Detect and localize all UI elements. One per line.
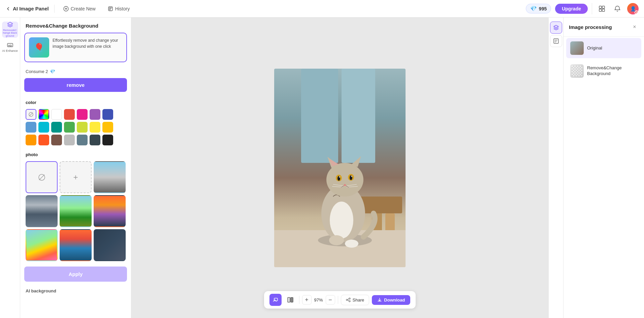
photo-add[interactable]: + bbox=[60, 161, 92, 193]
download-button[interactable]: Download bbox=[372, 295, 410, 305]
svg-rect-38 bbox=[274, 298, 278, 301]
sidebar-item-label: Remove&C hange Back ground bbox=[2, 29, 18, 38]
app-title: AI Image Panel bbox=[13, 6, 49, 11]
remove-button[interactable]: remove bbox=[24, 78, 127, 92]
photo-rainbow[interactable] bbox=[26, 229, 58, 261]
sidebar-item-ai-enhance[interactable]: HD AI Enhance bbox=[2, 39, 18, 55]
photo-dark[interactable] bbox=[94, 229, 126, 261]
color-cyan[interactable] bbox=[38, 122, 49, 133]
eraser-icon bbox=[272, 297, 279, 303]
canvas-image bbox=[274, 69, 406, 267]
compare-tool-button[interactable] bbox=[284, 294, 296, 306]
zoom-out-button[interactable]: − bbox=[326, 295, 335, 305]
color-blue-light[interactable] bbox=[26, 122, 36, 133]
user-avatar[interactable]: 👤 X bbox=[627, 3, 639, 14]
color-black[interactable] bbox=[102, 135, 113, 145]
upgrade-button[interactable]: Upgrade bbox=[555, 4, 588, 14]
color-pink[interactable] bbox=[77, 109, 88, 120]
bell-icon bbox=[614, 5, 621, 12]
color-none[interactable] bbox=[26, 109, 36, 120]
svg-point-23 bbox=[326, 163, 363, 197]
history-thumb-remove bbox=[570, 64, 584, 78]
color-rainbow[interactable] bbox=[38, 109, 49, 120]
layers-panel-button[interactable] bbox=[550, 22, 562, 34]
color-gray-light[interactable] bbox=[64, 135, 75, 145]
svg-rect-3 bbox=[602, 6, 605, 8]
svg-rect-5 bbox=[602, 9, 605, 11]
main-layout: Remove&C hange Back ground HD AI Enhance… bbox=[0, 17, 644, 318]
color-orange-yellow[interactable] bbox=[26, 135, 36, 145]
color-blue-dark[interactable] bbox=[102, 109, 113, 120]
share-label: Share bbox=[353, 297, 364, 303]
consume-diamond-icon: 💎 bbox=[50, 69, 55, 74]
right-panel-header: Image processing × bbox=[564, 17, 644, 37]
download-label: Download bbox=[384, 297, 405, 303]
color-purple[interactable] bbox=[90, 109, 100, 120]
svg-rect-40 bbox=[291, 297, 293, 302]
close-panel-button[interactable]: × bbox=[631, 23, 639, 31]
svg-line-45 bbox=[348, 300, 349, 301]
color-gray[interactable] bbox=[77, 135, 88, 145]
sidebar-item-remove-bg[interactable]: Remove&C hange Back ground bbox=[2, 22, 18, 38]
color-lime[interactable] bbox=[77, 122, 88, 133]
color-red[interactable] bbox=[64, 109, 75, 120]
back-icon bbox=[5, 6, 11, 11]
right-panel-title: Image processing bbox=[569, 24, 612, 30]
color-yellow[interactable] bbox=[90, 122, 100, 133]
color-teal[interactable] bbox=[51, 122, 62, 133]
history-icon bbox=[108, 6, 113, 11]
left-panel: Remove&Change Background 🎈 Effortlessly … bbox=[20, 17, 131, 318]
color-amber[interactable] bbox=[102, 122, 113, 133]
svg-point-42 bbox=[346, 299, 348, 301]
removed-thumb-image bbox=[570, 64, 584, 78]
download-icon bbox=[377, 297, 382, 302]
right-panel: Image processing × Original Remove&Chang… bbox=[563, 17, 644, 318]
color-green[interactable] bbox=[64, 122, 75, 133]
history-item-original[interactable]: Original bbox=[566, 38, 641, 58]
add-photo-icon: + bbox=[73, 173, 78, 182]
sidebar-ai-label: AI Enhance bbox=[2, 49, 18, 53]
photo-none-icon bbox=[38, 173, 46, 181]
photo-tree[interactable] bbox=[60, 195, 92, 227]
photo-none[interactable] bbox=[26, 161, 58, 193]
svg-point-22 bbox=[345, 240, 358, 248]
zoom-in-button[interactable]: + bbox=[302, 295, 312, 305]
erase-tool-button[interactable] bbox=[269, 294, 282, 306]
panel-title: Remove&Change Background bbox=[20, 17, 131, 33]
color-brown[interactable] bbox=[51, 135, 62, 145]
svg-line-44 bbox=[348, 299, 349, 299]
color-orange[interactable] bbox=[38, 135, 49, 145]
history-label-original: Original bbox=[587, 45, 602, 51]
color-white[interactable] bbox=[51, 109, 62, 120]
share-button[interactable]: Share bbox=[341, 295, 369, 305]
canvas-toolbar: + 97% − Share Downlo bbox=[264, 291, 416, 309]
apply-button[interactable]: Apply bbox=[24, 267, 127, 282]
photo-road[interactable] bbox=[94, 161, 126, 193]
svg-rect-4 bbox=[599, 9, 602, 11]
properties-panel-button[interactable] bbox=[550, 35, 562, 47]
nav-right: 💎 995 Upgrade 👤 X bbox=[526, 3, 639, 14]
photo-lake[interactable] bbox=[60, 229, 92, 261]
toolbar-divider-2 bbox=[338, 296, 338, 304]
credits-count: 995 bbox=[539, 6, 547, 11]
create-new-button[interactable]: Create New bbox=[60, 4, 99, 13]
right-layers-icon bbox=[553, 25, 559, 31]
share-icon bbox=[346, 297, 351, 302]
none-icon bbox=[28, 112, 34, 117]
properties-icon bbox=[553, 38, 559, 44]
original-thumb-image bbox=[570, 41, 584, 55]
canvas-area: + 97% − Share Downlo bbox=[131, 17, 548, 318]
notification-button[interactable] bbox=[612, 3, 623, 14]
color-blue-gray[interactable] bbox=[90, 135, 100, 145]
feature-card: 🎈 Effortlessly remove and change your im… bbox=[24, 33, 127, 62]
history-button[interactable]: History bbox=[104, 4, 133, 13]
grid-icon-button[interactable] bbox=[596, 3, 608, 14]
svg-point-32 bbox=[351, 176, 352, 177]
photo-bigben[interactable] bbox=[26, 195, 58, 227]
history-item-remove-change[interactable]: Remove&Change Background bbox=[566, 61, 641, 81]
back-button[interactable]: AI Image Panel bbox=[5, 6, 49, 11]
nav-icons: 👤 X bbox=[592, 3, 639, 14]
ai-background-label: AI background bbox=[20, 286, 131, 296]
photo-sunset[interactable] bbox=[94, 195, 126, 227]
svg-point-43 bbox=[349, 301, 350, 302]
